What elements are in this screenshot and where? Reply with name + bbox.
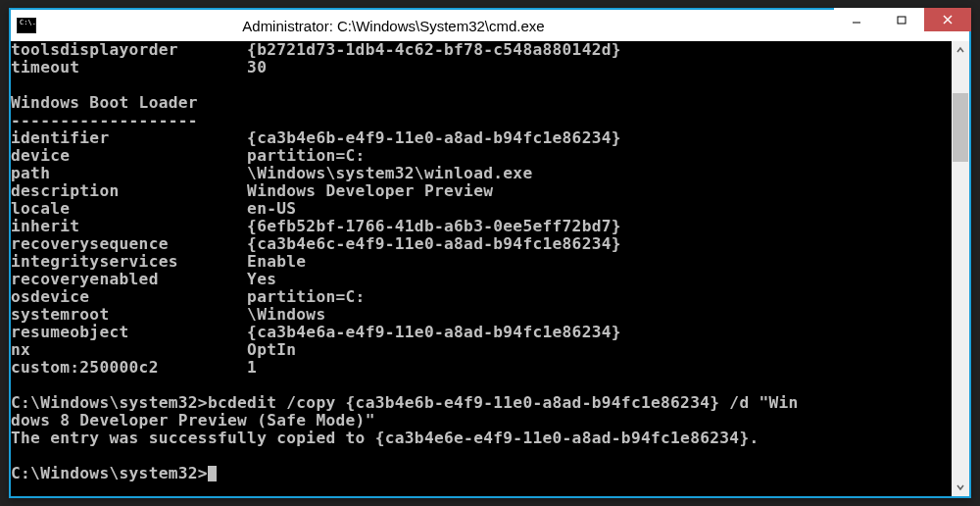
- terminal-cursor: [208, 466, 217, 481]
- window-controls: [834, 8, 971, 31]
- scroll-up-button[interactable]: [952, 41, 969, 59]
- scrollbar-vertical[interactable]: [952, 41, 969, 496]
- terminal-viewport[interactable]: toolsdisplayorder {b2721d73-1db4-4c62-bf…: [11, 41, 952, 496]
- titlebar[interactable]: C:\. Administrator: C:\Windows\System32\…: [11, 10, 969, 41]
- scroll-down-button[interactable]: [952, 479, 969, 496]
- minimize-button[interactable]: [834, 8, 879, 31]
- svg-rect-1: [898, 17, 906, 24]
- chevron-down-icon: [956, 483, 964, 491]
- maximize-button[interactable]: [879, 8, 924, 31]
- maximize-icon: [897, 15, 906, 25]
- chevron-up-icon: [956, 46, 964, 54]
- window-title: Administrator: C:\Windows\System32\cmd.e…: [0, 18, 834, 34]
- terminal-wrap: toolsdisplayorder {b2721d73-1db4-4c62-bf…: [11, 41, 969, 496]
- scrollbar-thumb[interactable]: [953, 93, 968, 162]
- scrollbar-track[interactable]: [952, 59, 969, 479]
- minimize-icon: [852, 15, 861, 25]
- cmd-window: C:\. Administrator: C:\Windows\System32\…: [9, 8, 971, 498]
- close-button[interactable]: [924, 8, 971, 31]
- close-icon: [942, 14, 954, 25]
